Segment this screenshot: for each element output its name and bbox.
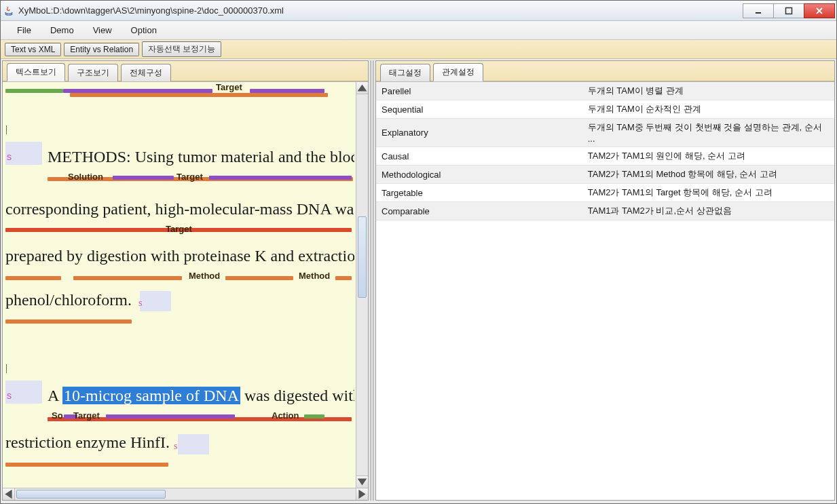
- hscroll-track[interactable]: [15, 488, 356, 500]
- doc-text-2: METHODS: Using tumor material and the bl…: [48, 148, 354, 166]
- scroll-left-icon[interactable]: [3, 488, 15, 500]
- s-letter-3: s: [7, 390, 12, 401]
- mark-row-0: Target: [5, 83, 354, 96]
- mark-orange: [70, 93, 328, 97]
- menu-view[interactable]: View: [83, 22, 122, 38]
- minimize-button[interactable]: [743, 3, 774, 18]
- scroll-track[interactable]: [356, 94, 368, 476]
- relation-desc: TAM2가 TAM1의 Target 항목에 해당, 순서 고려: [582, 184, 834, 202]
- table-row[interactable]: CausalTAM2가 TAM1의 원인에 해당, 순서 고려: [376, 147, 834, 166]
- doc-line-5: phenol/chloroform. s: [5, 291, 354, 311]
- window: XyMboL:D:\down\tagger\AS\2\minyong\spine…: [0, 0, 837, 504]
- s-box-2: [140, 291, 171, 311]
- menu-demo[interactable]: Demo: [41, 22, 83, 38]
- window-buttons: [743, 3, 835, 18]
- relation-desc: 두개의 TAM이 순차적인 관계: [582, 100, 834, 119]
- relation-name: Parellel: [376, 82, 582, 100]
- window-title: XyMboL:D:\down\tagger\AS\2\minyong\spine…: [18, 5, 743, 16]
- svg-rect-0: [756, 12, 761, 14]
- mark-orange-7: [5, 463, 168, 467]
- scroll-thumb[interactable]: [358, 216, 367, 298]
- mark-row-7: [5, 461, 354, 473]
- tag-solution: Solution: [68, 172, 103, 182]
- mark-row-5: [5, 318, 354, 330]
- mode-text-xml[interactable]: Text vs XML: [5, 43, 61, 56]
- mode-bar: Text vs XML Entity vs Relation 자동선택 보정기능: [1, 40, 836, 59]
- relation-desc: 두개의 TAM이 병렬 관계: [582, 82, 834, 100]
- document-area[interactable]: Target | s METHODS: Using tumor material…: [5, 83, 354, 486]
- relation-name: Targetable: [376, 184, 582, 202]
- doc-text-7: restriction enzyme HinfI.: [5, 433, 170, 451]
- scroll-right-icon[interactable]: [356, 488, 368, 500]
- mark-row-6: So Target Action: [5, 412, 354, 424]
- s-letter-2: s: [138, 298, 142, 309]
- titlebar: XyMboL:D:\down\tagger\AS\2\minyong\spine…: [1, 1, 836, 21]
- relation-name: Causal: [376, 147, 582, 166]
- mark-orange-4c: [225, 276, 293, 280]
- tag-action: Action: [272, 410, 299, 421]
- table-row[interactable]: ComparableTAM1과 TAM2가 비교,순서 상관없음: [376, 202, 834, 220]
- document-viewport: Target | s METHODS: Using tumor material…: [3, 81, 368, 500]
- doc-line-4: prepared by digestion with proteinase K …: [5, 247, 354, 265]
- doc-line-3: corresponding patient, high-molecular-ma…: [5, 200, 354, 218]
- left-pane: 텍스트보기 구조보기 전체구성 Target |: [2, 60, 369, 501]
- doc-line-7: restriction enzyme HinfI. s: [5, 433, 354, 454]
- relation-table-wrap: Parellel두개의 TAM이 병렬 관계Sequential두개의 TAM이…: [376, 81, 834, 500]
- mode-auto-select[interactable]: 자동선택 보정기능: [142, 41, 221, 57]
- maximize-button[interactable]: [773, 3, 804, 18]
- relation-name: Methodological: [376, 166, 582, 184]
- mark-purple-4: [209, 176, 352, 180]
- tab-struct-view[interactable]: 구조보기: [68, 64, 118, 81]
- doc-line-2: s METHODS: Using tumor material and the …: [5, 142, 354, 166]
- java-icon: [3, 5, 14, 16]
- scroll-down-icon[interactable]: [356, 476, 368, 488]
- doc-text-6-post: was digested with: [240, 387, 354, 404]
- doc-text-6-wrap: A 10-microg sample of DNA was digested w…: [48, 387, 354, 405]
- vertical-scrollbar[interactable]: [356, 82, 368, 488]
- content: 텍스트보기 구조보기 전체구성 Target |: [1, 59, 836, 503]
- table-row[interactable]: TargetableTAM2가 TAM1의 Target 항목에 해당, 순서 …: [376, 184, 834, 202]
- mark-row-2: Solution Target: [5, 173, 354, 185]
- tab-text-view[interactable]: 텍스트보기: [7, 63, 65, 81]
- tag-method-1: Method: [189, 271, 220, 281]
- mode-entity-relation[interactable]: Entity vs Relation: [64, 43, 139, 56]
- relation-name: Explanatory: [376, 119, 582, 147]
- relation-table: Parellel두개의 TAM이 병렬 관계Sequential두개의 TAM이…: [376, 82, 834, 220]
- s-letter: s: [7, 151, 12, 162]
- tag-so: So: [52, 410, 63, 421]
- table-row[interactable]: Parellel두개의 TAM이 병렬 관계: [376, 82, 834, 100]
- menubar: File Demo View Option: [1, 21, 836, 40]
- tag-target-label: Target: [216, 83, 242, 92]
- tab-full-view[interactable]: 전체구성: [121, 64, 171, 81]
- tab-tag-settings[interactable]: 태그설정: [380, 64, 430, 81]
- menu-option[interactable]: Option: [122, 22, 166, 38]
- tick-line-1: |: [5, 124, 354, 135]
- split-divider[interactable]: [370, 60, 374, 501]
- mark-orange-4b: [73, 276, 182, 280]
- doc-line-6: s A 10-microg sample of DNA was digested…: [5, 381, 354, 405]
- table-row[interactable]: Sequential두개의 TAM이 순차적인 관계: [376, 100, 834, 119]
- doc-text-6-highlight[interactable]: 10-microg sample of DNA: [62, 387, 240, 404]
- mark-row-4: Method Method: [5, 272, 354, 284]
- s-box-4: [178, 434, 209, 454]
- doc-text-5: phenol/chloroform.: [5, 291, 132, 309]
- mark-green-6: [304, 414, 324, 419]
- doc-text-6-pre: A: [48, 387, 62, 404]
- tag-target-2: Target: [176, 172, 203, 182]
- close-button[interactable]: [804, 3, 835, 18]
- table-row[interactable]: MethodologicalTAM2가 TAM1의 Method 항목에 해당,…: [376, 166, 834, 184]
- mark-row-3: Target: [5, 225, 354, 237]
- relation-name: Sequential: [376, 100, 582, 119]
- hscroll-thumb[interactable]: [16, 490, 166, 499]
- relation-desc: TAM2가 TAM1의 원인에 해당, 순서 고려: [582, 147, 834, 166]
- mark-orange-4a: [5, 276, 61, 280]
- tab-relation-settings[interactable]: 관계설정: [433, 63, 483, 81]
- relation-name: Comparable: [376, 202, 582, 220]
- menu-file[interactable]: File: [7, 22, 41, 38]
- relation-desc: TAM2가 TAM1의 Method 항목에 해당, 순서 고려: [582, 166, 834, 184]
- relation-desc: 두개의 TAM중 두번째 것이 첫번째 것을 설명하는 관계, 순서 ...: [582, 119, 834, 147]
- horizontal-scrollbar[interactable]: [3, 488, 368, 500]
- s-letter-4: s: [174, 441, 177, 452]
- table-row[interactable]: Explanatory두개의 TAM중 두번째 것이 첫번째 것을 설명하는 관…: [376, 119, 834, 147]
- scroll-up-icon[interactable]: [356, 82, 368, 94]
